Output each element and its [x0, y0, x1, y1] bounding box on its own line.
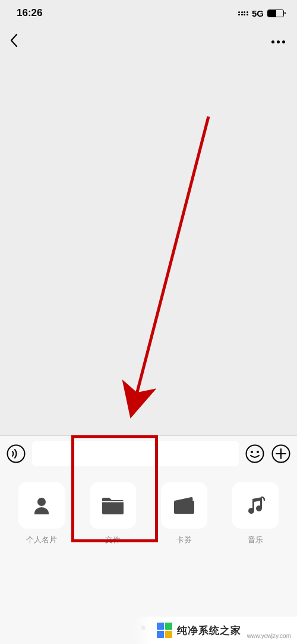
- wallet-icon: [172, 496, 196, 515]
- more-button[interactable]: [271, 40, 287, 43]
- folder-icon: [101, 495, 125, 516]
- voice-icon: [7, 444, 26, 463]
- svg-point-3: [257, 451, 259, 453]
- input-row: [0, 436, 297, 472]
- svg-rect-7: [102, 501, 124, 502]
- chevron-left-icon: [10, 33, 18, 48]
- status-right: 5G: [238, 8, 284, 18]
- svg-point-2: [251, 451, 253, 453]
- emoji-button[interactable]: [245, 444, 265, 464]
- status-bar: 16:26 5G: [0, 0, 297, 26]
- signal-icon: [238, 11, 248, 15]
- smile-icon: [245, 444, 264, 463]
- network-label: 5G: [252, 8, 264, 18]
- attach-item-contact-card[interactable]: 个人名片: [8, 482, 75, 644]
- watermark: 纯净系统之家 www.ycwjzy.com: [133, 617, 297, 644]
- svg-point-1: [247, 445, 264, 463]
- attach-label: 个人名片: [26, 535, 57, 545]
- chat-area[interactable]: [0, 57, 297, 406]
- attach-label: 文件: [105, 535, 121, 545]
- plus-icon: [271, 444, 290, 463]
- attach-label: 卡券: [176, 535, 192, 545]
- battery-icon: [267, 10, 284, 17]
- message-input[interactable]: [32, 441, 239, 466]
- watermark-logo-icon: [157, 623, 172, 638]
- attach-label: 音乐: [248, 535, 263, 545]
- watermark-url: www.ycwjzy.com: [247, 633, 291, 644]
- plus-button[interactable]: [271, 444, 291, 464]
- voice-button[interactable]: [6, 444, 26, 464]
- back-button[interactable]: [10, 33, 18, 50]
- music-icon: [244, 494, 267, 517]
- person-icon: [30, 494, 53, 517]
- input-panel: 个人名片 文件 卡券: [0, 435, 297, 644]
- status-time: 16:26: [17, 7, 42, 19]
- nav-bar: [0, 26, 297, 57]
- watermark-text: 纯净系统之家: [177, 624, 241, 637]
- svg-rect-8: [174, 501, 194, 514]
